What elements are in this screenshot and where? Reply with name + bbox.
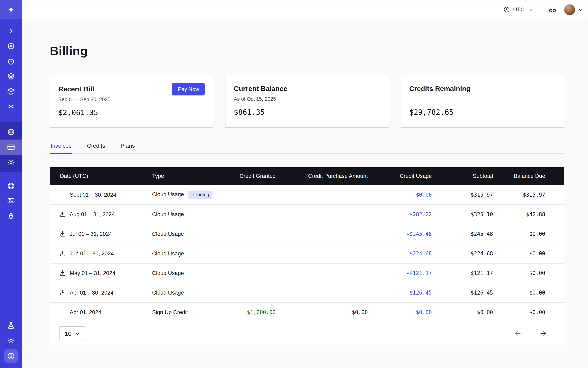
pending-badge: Pending: [188, 191, 212, 199]
credit-usage-value: -$282.22: [368, 211, 432, 217]
lifebuoy-icon: [7, 182, 15, 190]
col-subtotal: Subtotal: [432, 173, 493, 179]
card-subtitle: [409, 96, 556, 102]
credit-purchase-value: $0.00: [276, 309, 368, 315]
sidebar-item-sun[interactable]: [0, 333, 22, 348]
sidebar-item-asterisk[interactable]: [0, 99, 22, 114]
sidebar-lower-nav: [0, 178, 22, 224]
invoice-type: Cloud Usage: [152, 290, 184, 296]
rocket-icon: [7, 212, 15, 220]
download-invoice-icon[interactable]: [59, 289, 66, 296]
sidebar-item-layers[interactable]: [0, 69, 22, 84]
current-balance-card: Current Balance As of Oct 15, 2025 $861.…: [225, 76, 389, 128]
sidebar-item-credit-card[interactable]: [0, 139, 22, 155]
col-balance-due: Balance Due: [493, 173, 564, 179]
card-amount: $861.35: [234, 108, 380, 116]
tab-invoices[interactable]: Invoices: [50, 138, 72, 154]
invoice-date: Apr 01 – 30, 2024: [70, 290, 114, 296]
sidebar-item-globe[interactable]: [0, 124, 22, 139]
balance-due-value: $0.00: [493, 309, 564, 315]
sidebar-item-flask[interactable]: [0, 318, 22, 333]
download-invoice-icon[interactable]: [59, 270, 66, 277]
recent-bill-card: Recent Bill Pay Now Sep 01 – Sep 30, 202…: [50, 76, 213, 128]
invoice-row: Aug 01 – 31, 2024 Cloud Usage -$282.22 $…: [50, 204, 564, 224]
sun-icon: [7, 336, 15, 345]
balance-due-value: $0.00: [493, 231, 564, 237]
invoice-row: Apr 01, 2024 Sign Up Credit $1,000.00 $0…: [50, 302, 564, 322]
layers-icon: [7, 72, 15, 80]
balance-due-value: $0.00: [493, 290, 564, 296]
invoice-row: May 01 – 31, 2024 Cloud Usage -$121.17 $…: [50, 263, 564, 283]
tab-credits[interactable]: Credits: [86, 138, 106, 153]
subtotal-value: $325.10: [432, 211, 493, 217]
logo-icon: [7, 6, 15, 14]
balance-due-value: $0.00: [493, 270, 564, 276]
balance-due-value: $42.88: [493, 211, 564, 217]
app-window: UTC Billing Recent Bill Pay Now Sep 01 –…: [0, 0, 588, 368]
sidebar-item-rocket[interactable]: [0, 209, 22, 224]
invoice-date: Jun 01 – 30, 2024: [70, 250, 114, 257]
user-menu[interactable]: [564, 4, 584, 15]
timer-icon: [7, 57, 15, 65]
sidebar-item-home[interactable]: [0, 0, 22, 19]
card-title: Credits Remaining: [409, 85, 470, 93]
flask-icon: [7, 321, 15, 330]
sidebar-item-dollar[interactable]: [0, 348, 22, 364]
sidebar-item-timer[interactable]: [0, 54, 22, 69]
chevron-right-icon: [7, 27, 15, 35]
card-subtitle: As of Oct 15, 2025: [234, 96, 380, 102]
sidebar-item-chevron-right[interactable]: [0, 23, 22, 38]
credit-usage-value: $0.00: [368, 309, 432, 315]
sidebar-nav: [0, 19, 22, 114]
timezone-selector[interactable]: UTC: [503, 6, 533, 13]
invoice-type: Cloud Usage: [152, 270, 184, 276]
invoice-type: Cloud Usage: [152, 192, 184, 198]
card-amount: $2,061.35: [58, 108, 205, 117]
credit-usage-value: -$121.17: [368, 270, 432, 276]
subtotal-value: $315.97: [432, 192, 493, 198]
sidebar-spacer: [0, 224, 22, 318]
next-page-button[interactable]: [539, 329, 548, 338]
col-credit-usage: Credit Usage: [368, 173, 432, 179]
chevron-down-icon: [527, 7, 533, 12]
subtotal-value: $224.68: [432, 250, 493, 257]
page-title: Billing: [50, 44, 564, 58]
credit-usage-value: -$126.45: [368, 290, 432, 296]
sidebar-item-monitor[interactable]: [0, 193, 22, 209]
pagination: [513, 329, 548, 338]
table-header: Date (UTC) Type Credit Granted Credit Pu…: [50, 167, 564, 185]
table-footer: 10: [50, 322, 564, 345]
pay-now-button[interactable]: Pay Now: [172, 83, 205, 95]
summary-cards: Recent Bill Pay Now Sep 01 – Sep 30, 202…: [50, 76, 564, 128]
download-invoice-icon[interactable]: [59, 211, 66, 218]
globe-icon: [7, 128, 15, 136]
table-body: Sept 01 – 30, 2024 Cloud Usage Pending $…: [50, 185, 564, 322]
download-invoice-icon[interactable]: [59, 230, 66, 238]
balance-due-value: $0.00: [493, 250, 564, 257]
sidebar-item-package[interactable]: [0, 84, 22, 99]
invoice-date: Aug 01 – 31, 2024: [70, 211, 115, 217]
glasses-icon[interactable]: [548, 6, 557, 14]
subtotal-value: $126.45: [432, 290, 493, 296]
subtotal-value: $121.17: [432, 270, 493, 276]
invoices-table: Date (UTC) Type Credit Granted Credit Pu…: [50, 167, 564, 345]
timezone-label: UTC: [513, 7, 525, 13]
tab-plans[interactable]: Plans: [120, 138, 136, 153]
page-size-select[interactable]: 10: [59, 326, 86, 341]
sidebar-item-lifebuoy[interactable]: [0, 178, 22, 193]
sidebar-item-target[interactable]: [0, 38, 22, 54]
sidebar-item-gear[interactable]: [0, 155, 22, 170]
main-content: Billing Recent Bill Pay Now Sep 01 – Sep…: [22, 19, 588, 368]
invoice-date: Jul 01 – 31, 2024: [70, 231, 112, 237]
invoice-type: Cloud Usage: [152, 250, 184, 257]
card-subtitle: Sep 01 – Sep 30, 2025: [58, 97, 205, 103]
target-icon: [7, 42, 15, 50]
previous-page-button[interactable]: [513, 329, 522, 338]
chevron-down-icon: [75, 331, 81, 336]
invoice-date: May 01 – 31, 2024: [70, 270, 115, 276]
credit-usage-value: -$245.48: [368, 231, 432, 237]
invoice-type: Cloud Usage: [152, 211, 184, 217]
download-invoice-icon[interactable]: [59, 250, 66, 257]
subtotal-value: $245.48: [432, 231, 493, 237]
col-date: Date (UTC): [50, 173, 150, 179]
